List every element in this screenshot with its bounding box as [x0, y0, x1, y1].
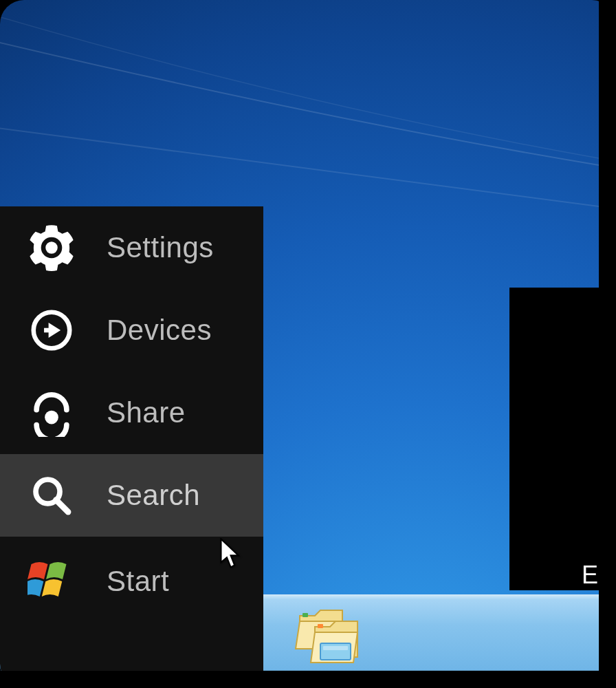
charm-label: Devices	[107, 314, 212, 347]
share-icon	[28, 389, 76, 437]
charm-label: Share	[107, 396, 186, 429]
svg-rect-1	[318, 624, 323, 628]
charm-label: Settings	[107, 231, 214, 264]
truncated-label: E	[582, 561, 599, 590]
windows-logo-icon	[28, 557, 76, 605]
svg-line-11	[56, 500, 69, 513]
charm-devices[interactable]: Devices	[0, 289, 263, 372]
charm-search[interactable]: Search	[0, 454, 263, 537]
desktop-black-panel	[509, 288, 599, 590]
svg-rect-2	[320, 643, 351, 660]
svg-rect-3	[323, 646, 348, 650]
devices-icon	[28, 306, 76, 354]
svg-point-9	[45, 411, 58, 424]
search-icon	[28, 471, 76, 519]
svg-marker-7	[49, 323, 61, 338]
charm-label: Search	[107, 479, 200, 512]
svg-point-5	[45, 241, 58, 254]
svg-rect-0	[302, 613, 308, 617]
file-explorer-taskbar-button[interactable]	[293, 601, 362, 666]
mouse-cursor-icon	[220, 538, 243, 571]
charm-label: Start	[107, 565, 169, 598]
charm-share[interactable]: Share	[0, 372, 263, 454]
charm-settings[interactable]: Settings	[0, 206, 263, 289]
charms-bar: Settings Devices	[0, 206, 263, 671]
gear-icon	[28, 224, 76, 272]
